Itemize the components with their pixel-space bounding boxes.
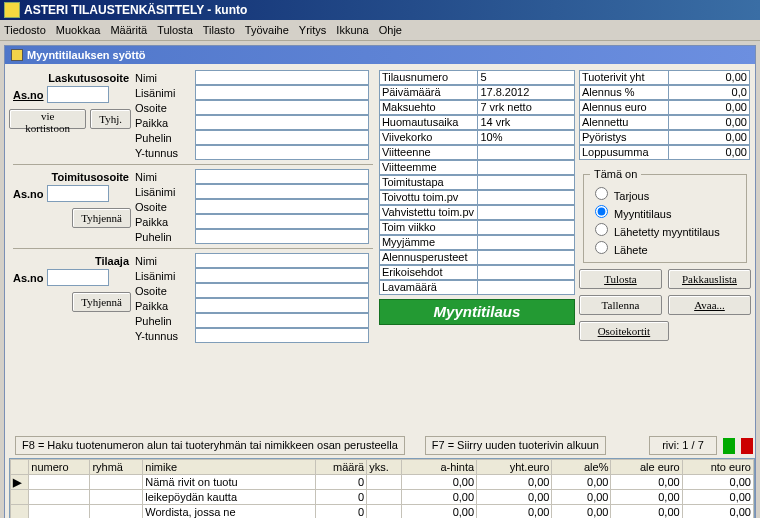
- menu-tiedosto[interactable]: Tiedosto: [4, 24, 46, 36]
- order-type-banner: Myyntitilaus: [379, 299, 575, 325]
- toimitus-tyhjenna-button[interactable]: Tyhjennä: [72, 208, 131, 228]
- toimitus-label-1: Lisänimi: [135, 186, 195, 198]
- grid-col-0[interactable]: [11, 460, 29, 475]
- tilaaja-tyhjenna-button[interactable]: Tyhjennä: [72, 292, 131, 312]
- grid-col-6[interactable]: a-hinta: [401, 460, 476, 475]
- total-val-3: 0,00: [668, 115, 750, 130]
- tilaaja-input-1[interactable]: [195, 268, 369, 283]
- type-option-2[interactable]: Lähetetty myyntitilaus: [590, 220, 740, 238]
- tilaaja-label-3: Paikka: [135, 300, 195, 312]
- menu-muokkaa[interactable]: Muokkaa: [56, 24, 101, 36]
- tilaaja-asno-label: As.no: [13, 272, 44, 284]
- laskutus-label-5: Y-tunnus: [135, 147, 195, 159]
- toimitus-label-3: Paikka: [135, 216, 195, 228]
- menu-ohje[interactable]: Ohje: [379, 24, 402, 36]
- order-val-8[interactable]: [477, 190, 575, 205]
- order-val-0[interactable]: 5: [477, 70, 575, 85]
- order-val-9[interactable]: [477, 205, 575, 220]
- line-items-grid[interactable]: numeroryhmänimikemääräyks.a-hintayht.eur…: [9, 458, 755, 518]
- menu-yritys[interactable]: Yritys: [299, 24, 327, 36]
- tilaaja-input-5[interactable]: [195, 328, 369, 343]
- total-val-1: 0,0: [668, 85, 750, 100]
- laskutus-tyhj-button[interactable]: Tyhj.: [90, 109, 131, 129]
- order-val-11[interactable]: [477, 235, 575, 250]
- type-option-3[interactable]: Lähete: [590, 238, 740, 256]
- app-title: ASTERI TILAUSTENKÄSITTELY - kunto: [24, 0, 247, 20]
- grid-col-3[interactable]: nimike: [143, 460, 316, 475]
- laskutus-input-1[interactable]: [195, 85, 369, 100]
- type-option-0[interactable]: Tarjous: [590, 184, 740, 202]
- grid-col-10[interactable]: nto euro: [682, 460, 753, 475]
- table-row[interactable]: Wordista, jossa ne00,000,000,000,000,00: [11, 505, 754, 519]
- order-val-3[interactable]: 14 vrk: [477, 115, 575, 130]
- grid-col-1[interactable]: numero: [29, 460, 90, 475]
- order-val-7[interactable]: [477, 175, 575, 190]
- laskutus-input-2[interactable]: [195, 100, 369, 115]
- laskutus-asno-input[interactable]: [47, 86, 109, 103]
- tilaaja-label-0: Nimi: [135, 255, 195, 267]
- total-val-0: 0,00: [668, 70, 750, 85]
- toimitus-input-2[interactable]: [195, 199, 369, 214]
- tilaaja-input-2[interactable]: [195, 283, 369, 298]
- laskutus-input-4[interactable]: [195, 130, 369, 145]
- grid-col-8[interactable]: ale%: [552, 460, 611, 475]
- order-val-5[interactable]: [477, 145, 575, 160]
- tulosta-button[interactable]: Tulosta: [579, 269, 662, 289]
- toimitus-input-4[interactable]: [195, 229, 369, 244]
- hint-row: F8 = Haku tuotenumeron alun tai tuoteryh…: [15, 436, 753, 455]
- grid-col-7[interactable]: yht.euro: [477, 460, 552, 475]
- order-val-12[interactable]: [477, 250, 575, 265]
- table-row[interactable]: leikepöydän kautta00,000,000,000,000,00: [11, 490, 754, 505]
- order-key-1: Päivämäärä: [379, 85, 478, 100]
- order-val-2[interactable]: 7 vrk netto: [477, 100, 575, 115]
- order-val-1[interactable]: 17.8.2012: [477, 85, 575, 100]
- menu-tyovaihe[interactable]: Työvaihe: [245, 24, 289, 36]
- order-val-14[interactable]: [477, 280, 575, 295]
- order-val-10[interactable]: [477, 220, 575, 235]
- toimitus-title: Toimitusosoite: [9, 171, 135, 183]
- avaa-button[interactable]: Avaa...: [668, 295, 751, 315]
- order-val-13[interactable]: [477, 265, 575, 280]
- menu-maarita[interactable]: Määritä: [110, 24, 147, 36]
- grid-col-9[interactable]: ale euro: [611, 460, 682, 475]
- type-group: Tämä on Tarjous Myyntitilaus Lähetetty m…: [583, 168, 747, 263]
- type-option-1[interactable]: Myyntitilaus: [590, 202, 740, 220]
- laskutus-label-3: Paikka: [135, 117, 195, 129]
- tilaaja-asno-input[interactable]: [47, 269, 109, 286]
- order-key-9: Vahvistettu toim.pv: [379, 205, 478, 220]
- toimitus-block: Toimitusosoite As.no Tyhjennä NimiLisäni…: [9, 169, 377, 244]
- toimitus-input-0[interactable]: [195, 169, 369, 184]
- menu-ikkuna[interactable]: Ikkuna: [336, 24, 368, 36]
- toimitus-input-3[interactable]: [195, 214, 369, 229]
- order-key-6: Viitteemme: [379, 160, 478, 175]
- tilaaja-input-3[interactable]: [195, 298, 369, 313]
- tilaaja-label-1: Lisänimi: [135, 270, 195, 282]
- vie-kortistoon-button[interactable]: vie kortistoon: [9, 109, 86, 129]
- total-key-4: Pyöristys: [579, 130, 668, 145]
- toimitus-asno-input[interactable]: [47, 185, 109, 202]
- laskutus-input-0[interactable]: [195, 70, 369, 85]
- menu-tulosta[interactable]: Tulosta: [157, 24, 193, 36]
- order-key-13: Erikoisehdot: [379, 265, 478, 280]
- tallenna-button[interactable]: Tallenna: [579, 295, 662, 315]
- toimitus-input-1[interactable]: [195, 184, 369, 199]
- order-val-6[interactable]: [477, 160, 575, 175]
- tilaaja-input-0[interactable]: [195, 253, 369, 268]
- grid-col-4[interactable]: määrä: [316, 460, 367, 475]
- toimitus-label-2: Osoite: [135, 201, 195, 213]
- table-row[interactable]: ▶Nämä rivit on tuotu00,000,000,000,000,0…: [11, 475, 754, 490]
- laskutus-input-5[interactable]: [195, 145, 369, 160]
- grid-col-5[interactable]: yks.: [367, 460, 402, 475]
- pakkauslista-button[interactable]: Pakkauslista: [668, 269, 751, 289]
- order-key-5: Viitteenne: [379, 145, 478, 160]
- type-legend: Tämä on: [590, 168, 641, 180]
- total-key-0: Tuoterivit yht: [579, 70, 668, 85]
- osoitekortit-button[interactable]: Osoitekortit: [579, 321, 669, 341]
- tilaaja-input-4[interactable]: [195, 313, 369, 328]
- menu-tilasto[interactable]: Tilasto: [203, 24, 235, 36]
- total-key-1: Alennus %: [579, 85, 668, 100]
- grid-col-2[interactable]: ryhmä: [90, 460, 143, 475]
- laskutus-input-3[interactable]: [195, 115, 369, 130]
- order-val-4[interactable]: 10%: [477, 130, 575, 145]
- toimitus-label-0: Nimi: [135, 171, 195, 183]
